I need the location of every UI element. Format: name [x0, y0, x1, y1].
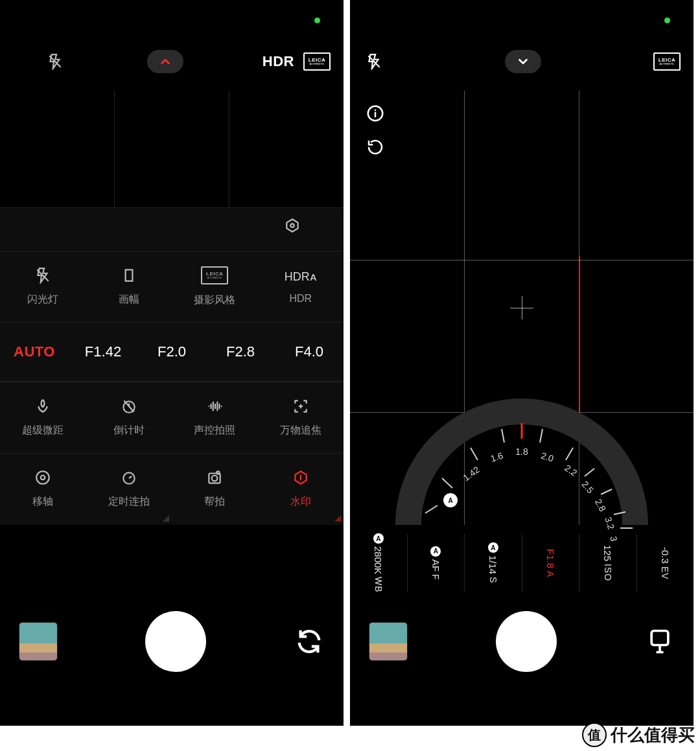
macro-icon [34, 398, 51, 415]
hdr-label[interactable]: HDR [262, 53, 294, 70]
svg-line-17 [540, 429, 542, 443]
hdr-a-icon: HDRᴀ [285, 270, 317, 284]
shutter-button[interactable] [145, 611, 206, 672]
svg-text:1.42: 1.42 [461, 464, 482, 483]
flash-off-icon [34, 267, 51, 284]
tool-track[interactable]: 万物追焦 [258, 382, 344, 453]
svg-line-14 [471, 448, 478, 460]
pro-params-bar: A 2800K WB A AF F A 1/14 S F1.8 A 125 IS… [350, 534, 694, 592]
svg-point-4 [37, 471, 50, 484]
param-iso[interactable]: 125 ISO [579, 534, 636, 592]
tool-assist[interactable]: 帮拍 [172, 454, 258, 524]
aperture-f1-42[interactable]: F1.42 [69, 343, 137, 360]
tool-row-3: 移轴 定时连拍 帮拍 水印 [0, 453, 344, 524]
chevron-up-icon [158, 54, 172, 69]
svg-line-19 [585, 468, 594, 476]
aperture-f2-0[interactable]: F2.0 [137, 343, 206, 360]
tool-watermark[interactable]: 水印 [258, 454, 344, 524]
interval-icon [121, 469, 137, 486]
tool-aspect[interactable]: 画幅 [86, 251, 172, 322]
top-toolbar: HDR LEICA AUTHENTIC [0, 39, 344, 84]
crosshair [510, 296, 533, 319]
aperture-f4-0[interactable]: F4.0 [275, 343, 344, 360]
param-ev[interactable]: -0.3 EV [636, 534, 694, 592]
leica-badge[interactable]: LEICA AUTHENTIC [653, 52, 681, 71]
chevron-down-icon [516, 54, 530, 69]
svg-point-5 [41, 476, 45, 480]
top-toolbar: LEICA AUTHENTIC [350, 39, 694, 84]
page-watermark: 值 什么值得买 [582, 722, 695, 747]
tool-timer[interactable]: 倒计时 [86, 382, 172, 453]
svg-text:A: A [448, 497, 452, 504]
tool-style[interactable]: LEICA AUTHENTIC 摄影风格 [172, 251, 258, 322]
svg-text:1.6: 1.6 [489, 450, 505, 464]
leica-icon: LEICA AUTHENTIC [201, 266, 228, 284]
tool-tilt[interactable]: 移轴 [0, 454, 86, 524]
focus-track-icon [292, 398, 309, 415]
watermark-icon [292, 469, 309, 486]
tool-interval[interactable]: 定时连拍 [86, 454, 172, 524]
param-af[interactable]: A AF F [407, 534, 465, 592]
svg-line-13 [442, 478, 452, 488]
shutter-bar [0, 603, 344, 680]
camera-app-left: HDR LEICA AUTHENTIC 闪光灯 [0, 0, 344, 726]
viewfinder-grid [0, 91, 344, 207]
svg-text:2.5: 2.5 [579, 479, 596, 495]
aperture-f2-8[interactable]: F2.8 [206, 343, 275, 360]
svg-text:2.2: 2.2 [563, 463, 579, 478]
settings-drawer-toggle[interactable] [505, 50, 541, 73]
shutter-bar [350, 603, 694, 680]
svg-text:2.0: 2.0 [540, 450, 555, 464]
svg-line-15 [502, 429, 504, 443]
hex-settings-icon[interactable] [284, 217, 301, 234]
tool-macro[interactable]: 超级微距 [0, 382, 86, 453]
param-wb[interactable]: A 2800K WB [350, 534, 407, 592]
aspect-icon [121, 267, 137, 284]
flash-off-icon[interactable] [47, 53, 64, 70]
aperture-auto[interactable]: AUTO [0, 343, 69, 360]
svg-line-12 [425, 505, 438, 513]
settings-drawer-toggle[interactable] [147, 50, 183, 73]
svg-point-6 [123, 472, 134, 483]
tool-hdr[interactable]: HDRᴀ HDR [258, 251, 344, 322]
svg-rect-2 [125, 270, 132, 281]
param-s[interactable]: A 1/14 S [464, 534, 522, 592]
svg-point-9 [217, 471, 220, 474]
sound-wave-icon [206, 398, 223, 415]
tool-flash[interactable]: 闪光灯 [0, 251, 86, 322]
svg-point-8 [212, 476, 218, 481]
camera-app-right: LEICA AUTHENTIC [350, 0, 694, 726]
leica-badge[interactable]: LEICA AUTHENTIC [303, 52, 331, 71]
svg-text:2.8: 2.8 [593, 497, 608, 513]
camera-active-dot [664, 17, 670, 23]
svg-text:1.8: 1.8 [515, 446, 528, 457]
switch-camera-icon[interactable] [294, 627, 324, 656]
timer-off-icon [121, 398, 137, 415]
shutter-button[interactable] [496, 611, 557, 672]
svg-marker-0 [286, 219, 298, 232]
aperture-row: AUTO F1.42 F2.0 F2.8 F4.0 [0, 322, 344, 382]
svg-line-18 [566, 448, 573, 460]
camera-active-dot [314, 17, 320, 23]
svg-rect-34 [651, 631, 668, 645]
svg-text:3.2: 3.2 [603, 516, 616, 531]
tool-row-2: 超级微距 倒计时 声控拍照 万物追焦 [0, 382, 344, 453]
flash-off-icon[interactable] [366, 53, 382, 70]
assist-icon [206, 469, 223, 486]
aperture-dial[interactable]: 1.42 1.6 1.8 2.0 2.2 2.5 2.8 3.2 3 A [382, 395, 661, 531]
svg-point-1 [290, 224, 294, 227]
gallery-thumb[interactable] [369, 623, 407, 660]
remote-view-icon[interactable] [646, 627, 674, 656]
tilt-shift-icon [34, 469, 51, 486]
gallery-thumb[interactable] [19, 623, 57, 660]
svg-line-20 [601, 489, 612, 494]
tool-voice[interactable]: 声控拍照 [172, 382, 258, 453]
settings-panel: 闪光灯 画幅 LEICA AUTHENTIC 摄影风格 HDRᴀ HDR [0, 207, 344, 525]
tool-row-1: 闪光灯 画幅 LEICA AUTHENTIC 摄影风格 HDRᴀ HDR [0, 251, 344, 322]
param-a[interactable]: F1.8 A [522, 534, 579, 592]
